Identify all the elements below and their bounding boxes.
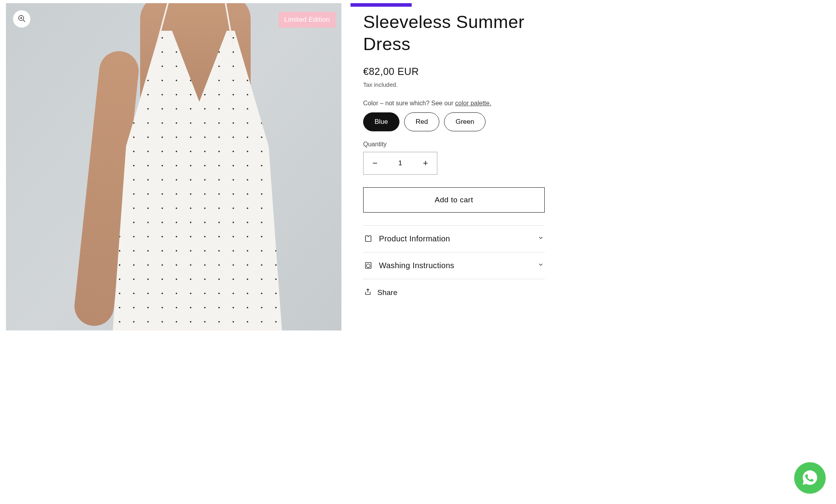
quantity-input[interactable] — [386, 159, 414, 167]
chevron-down-icon — [538, 261, 544, 269]
accordion-title: Washing Instructions — [379, 261, 531, 270]
accordion-product-info[interactable]: Product Information — [363, 226, 545, 252]
color-palette-link[interactable]: color palette. — [455, 100, 491, 106]
limited-edition-badge: Limited Edition — [279, 12, 336, 28]
share-button[interactable]: Share — [363, 279, 545, 297]
color-swatch-blue[interactable]: Blue — [363, 112, 399, 131]
color-swatches: Blue Red Green — [363, 112, 545, 131]
share-label: Share — [377, 288, 397, 297]
leather-icon — [364, 234, 373, 243]
color-label: Color – not sure which? See our color pa… — [363, 100, 545, 107]
accent-bar — [351, 3, 412, 7]
product-figure — [65, 3, 286, 330]
share-icon — [364, 288, 372, 297]
tax-note: Tax included. — [363, 81, 545, 88]
accordion-title: Product Information — [379, 234, 531, 243]
chevron-down-icon — [538, 235, 544, 243]
add-to-cart-button[interactable]: Add to cart — [363, 187, 545, 213]
svg-line-1 — [23, 20, 25, 22]
color-swatch-green[interactable]: Green — [444, 112, 485, 131]
zoom-button[interactable] — [13, 10, 30, 28]
color-swatch-red[interactable]: Red — [404, 112, 439, 131]
product-image[interactable]: Limited Edition — [6, 3, 341, 330]
accordion-washing[interactable]: Washing Instructions — [363, 252, 545, 279]
quantity-decrease-button[interactable]: − — [364, 152, 386, 175]
svg-point-5 — [366, 264, 370, 267]
quantity-increase-button[interactable]: + — [414, 152, 437, 175]
product-info: Sleeveless Summer Dress €82,00 EUR Tax i… — [363, 3, 545, 330]
product-title: Sleeveless Summer Dress — [363, 11, 545, 56]
magnify-icon — [17, 14, 26, 24]
minus-icon: − — [373, 158, 378, 168]
plus-icon: + — [423, 158, 428, 168]
color-label-prefix: Color – not sure which? See our — [363, 100, 455, 106]
quantity-stepper: − + — [363, 152, 437, 175]
accordion: Product Information Washing Instructions — [363, 225, 545, 279]
washing-icon — [364, 261, 373, 270]
product-price: €82,00 EUR — [363, 66, 545, 77]
quantity-label: Quantity — [363, 141, 545, 148]
